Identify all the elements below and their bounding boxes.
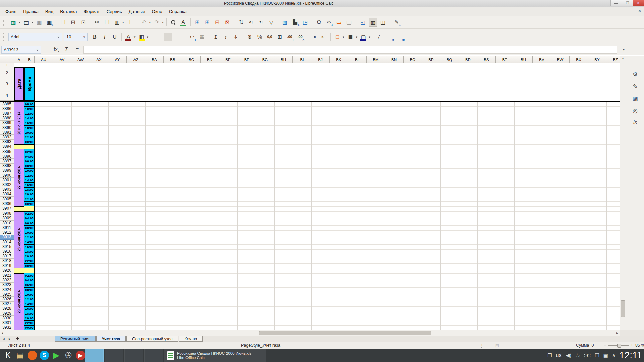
- borders-dropdown-icon[interactable]: ▾: [343, 35, 344, 39]
- zoom-slider-handle[interactable]: [617, 344, 621, 348]
- open-file-dropdown-icon[interactable]: ▾: [32, 21, 34, 24]
- navigator-icon[interactable]: ◎: [626, 107, 644, 114]
- menu-вставка[interactable]: Вставка: [57, 8, 80, 15]
- insert-mode-icon[interactable]: I: [481, 343, 482, 348]
- clone-formatting[interactable]: ⊥: [126, 18, 135, 27]
- time-cell[interactable]: 08:00: [24, 102, 35, 106]
- row-header-3920[interactable]: 3920: [0, 268, 14, 273]
- close-button[interactable]: ✕: [633, 0, 644, 6]
- redo-dropdown-icon[interactable]: ▾: [162, 21, 164, 24]
- column-header-AY[interactable]: AY: [108, 56, 127, 63]
- row-header-3921[interactable]: 3921: [0, 273, 14, 278]
- column-header-BM[interactable]: BM: [367, 56, 385, 63]
- clock[interactable]: 12:11: [619, 350, 642, 361]
- align-center[interactable]: ≡: [164, 33, 172, 41]
- cut[interactable]: ✂: [93, 18, 101, 27]
- menu-данные[interactable]: Данные: [125, 8, 149, 15]
- spelling[interactable]: A: [179, 18, 188, 27]
- time-cell[interactable]: 00:00: [24, 325, 35, 330]
- menu-справка[interactable]: Справка: [166, 8, 190, 15]
- column-header-B[interactable]: B: [24, 56, 35, 63]
- row-header-3892[interactable]: 3892: [0, 135, 14, 139]
- time-cell[interactable]: 16:00: [24, 182, 35, 187]
- time-cell[interactable]: 10:00: [24, 230, 35, 235]
- sheet-tab-Учет газа[interactable]: Учет газа: [96, 336, 126, 342]
- font-size-combobox[interactable]: 10∨: [64, 33, 88, 41]
- date-cell[interactable]: 27 июня 2014: [14, 149, 24, 206]
- time-cell[interactable]: 04:00: [24, 278, 35, 283]
- insert-chart[interactable]: ▙+: [291, 18, 300, 27]
- chevron-down-icon[interactable]: ∨: [36, 48, 39, 52]
- row-header-3931[interactable]: 3931: [0, 320, 14, 325]
- row-header-3896[interactable]: 3896: [0, 154, 14, 159]
- increase-indent[interactable]: ⇥: [309, 33, 318, 41]
- chevron-down-icon[interactable]: ∨: [83, 35, 85, 39]
- time-cell[interactable]: 02:00: [24, 211, 35, 216]
- file-manager[interactable]: ▤: [15, 350, 25, 361]
- column-header-BU[interactable]: BU: [514, 56, 533, 63]
- insert-special-character[interactable]: Ω: [315, 18, 323, 27]
- sum-indicator[interactable]: Сумма=0: [576, 343, 594, 348]
- taskbar-empty-slot[interactable]: [85, 349, 104, 362]
- column-header-BL[interactable]: BL: [348, 56, 367, 63]
- time-cell[interactable]: 14:00: [24, 116, 35, 121]
- sum-icon[interactable]: Σ: [65, 46, 69, 53]
- time-cell[interactable]: 16:00: [24, 244, 35, 249]
- column-header-BZ[interactable]: BZ: [606, 56, 620, 63]
- movie-player[interactable]: ✇: [63, 350, 74, 361]
- row-header-3900[interactable]: 3900: [0, 173, 14, 178]
- row-header-3905[interactable]: 3905: [0, 197, 14, 201]
- menu-файл[interactable]: Файл: [2, 8, 20, 15]
- caffeine-icon[interactable]: ☕: [575, 352, 580, 358]
- time-cell[interactable]: 04:00: [24, 216, 35, 221]
- row-header-3910[interactable]: 3910: [0, 221, 14, 225]
- menu-формат[interactable]: Формат: [80, 8, 103, 15]
- row-header-3904[interactable]: 3904: [0, 192, 14, 197]
- center-vertically[interactable]: ↨: [221, 33, 230, 41]
- keyboard-layout-indicator[interactable]: us: [556, 352, 562, 358]
- next-sheet-icon[interactable]: ▸: [9, 337, 11, 341]
- column-header-BR[interactable]: BR: [459, 56, 477, 63]
- new-document-dropdown-icon[interactable]: ▾: [19, 21, 20, 24]
- separator-cell[interactable]: [24, 144, 35, 149]
- row-header-3897[interactable]: 3897: [0, 159, 14, 163]
- time-cell[interactable]: 20:00: [24, 130, 35, 135]
- formula-input[interactable]: [83, 46, 617, 54]
- row-header-3924[interactable]: 3924: [0, 287, 14, 292]
- decrease-indent[interactable]: ⇤: [319, 33, 328, 41]
- network-icon[interactable]: ❒: [547, 352, 552, 358]
- sort-descending[interactable]: z↓: [257, 18, 266, 27]
- vertical-scrollbar[interactable]: ▲ ▼: [620, 56, 626, 336]
- column-header-BP[interactable]: BP: [422, 56, 440, 63]
- formula-icon[interactable]: =: [76, 46, 79, 52]
- format-as-date[interactable]: ⊞: [275, 33, 284, 41]
- row-header-3926[interactable]: 3926: [0, 297, 14, 301]
- taskbar-empty-slot[interactable]: [124, 349, 143, 362]
- column-header-BX[interactable]: BX: [570, 56, 588, 63]
- separator-cell[interactable]: [24, 206, 35, 211]
- column-header-BV[interactable]: BV: [533, 56, 551, 63]
- row-header-3929[interactable]: 3929: [0, 311, 14, 316]
- row-header-3928[interactable]: 3928: [0, 306, 14, 311]
- chevron-down-icon[interactable]: ∨: [57, 35, 60, 39]
- export-as-pdf[interactable]: ❒: [59, 18, 67, 27]
- autofilter[interactable]: ▽: [267, 18, 276, 27]
- row-header-3908[interactable]: 3908: [0, 211, 14, 216]
- copy[interactable]: ❐: [103, 18, 111, 27]
- row-header-3888[interactable]: 3888: [0, 116, 14, 121]
- bold[interactable]: B: [90, 33, 99, 41]
- horizontal-scrollbar[interactable]: ◂ ▸: [0, 330, 620, 336]
- row-header-3886[interactable]: 3886: [0, 106, 14, 111]
- taskbar-active-task[interactable]: Россихина Сводка ПКИОС-2000 Июнь.xls - L…: [164, 349, 266, 362]
- insert-column-after[interactable]: ⊞: [203, 18, 212, 27]
- row-header-3912[interactable]: 3912: [0, 230, 14, 235]
- time-cell[interactable]: 00:00: [24, 201, 35, 206]
- row-header-3919[interactable]: 3919: [0, 263, 14, 268]
- conditional-data-bar[interactable]: ≡≠: [396, 33, 405, 41]
- row-header-3885[interactable]: 3885: [0, 102, 14, 106]
- time-cell[interactable]: 12:00: [24, 173, 35, 178]
- display-icon[interactable]: ▣: [603, 352, 608, 358]
- highlighting-color-dropdown-icon[interactable]: ▾: [147, 35, 149, 39]
- expand-formula-bar-icon[interactable]: ▾: [623, 48, 625, 51]
- minimize-button[interactable]: —: [610, 0, 622, 6]
